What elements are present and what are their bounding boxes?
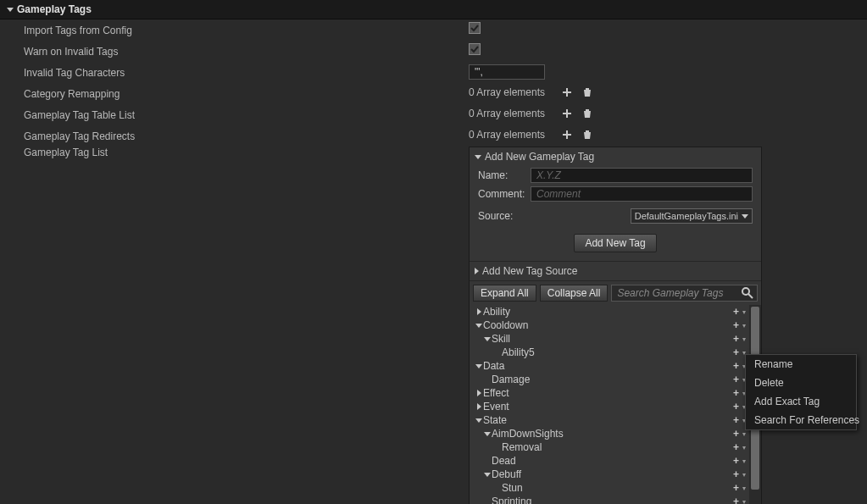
tree-label: Effect [483, 387, 509, 399]
tree-row-dead[interactable]: Dead+▾ [470, 454, 749, 468]
add-child-icon[interactable]: + [731, 496, 741, 504]
menu-item-delete[interactable]: Delete [746, 374, 856, 392]
trash-icon[interactable] [581, 107, 594, 120]
comment-input[interactable] [531, 186, 753, 202]
menu-item-add-exact-tag[interactable]: Add Exact Tag [746, 392, 856, 411]
expand-icon[interactable] [475, 390, 483, 396]
add-child-icon[interactable]: + [731, 360, 741, 372]
tree-label: Dead [492, 455, 516, 467]
search-icon[interactable] [741, 286, 754, 300]
tree-label: Stun [502, 482, 523, 494]
collapse-icon[interactable] [483, 473, 492, 477]
add-child-icon[interactable]: + [731, 482, 741, 494]
collapse-icon[interactable] [483, 432, 492, 436]
tree-row-event[interactable]: Event+▾ [470, 400, 749, 413]
context-menu: RenameDeleteAdd Exact TagSearch For Refe… [745, 354, 857, 430]
add-element-icon[interactable] [560, 107, 574, 120]
tree-row-ability5[interactable]: Ability5+▾ [470, 346, 749, 359]
expand-icon [475, 268, 479, 274]
form-row-source: Source: DefaultGameplayTags.ini [470, 203, 761, 227]
form-row-name: Name: [470, 166, 761, 185]
row-menu-icon[interactable]: ▾ [741, 444, 748, 451]
array-text-redirects: 0 Array elements [469, 129, 553, 141]
name-label: Name: [478, 169, 525, 181]
collapse-icon[interactable] [475, 418, 483, 423]
svg-line-1 [748, 294, 753, 298]
row-menu-icon[interactable]: ▾ [741, 430, 748, 438]
add-child-icon[interactable]: + [731, 346, 741, 358]
collapse-all-button[interactable]: Collapse All [540, 285, 609, 302]
add-child-icon[interactable]: + [731, 414, 741, 426]
checkbox-warn-invalid[interactable] [469, 43, 481, 55]
tree-row-removal[interactable]: Removal+▾ [470, 440, 749, 454]
array-text-tablelist: 0 Array elements [469, 108, 553, 119]
add-new-tag-button[interactable]: Add New Tag [574, 234, 656, 252]
row-category-remapping: Category Remapping 0 Array elements [0, 83, 867, 104]
tree-row-debuff[interactable]: Debuff+▾ [470, 468, 749, 481]
row-menu-icon[interactable]: ▾ [741, 457, 748, 465]
source-label: Source: [478, 210, 525, 222]
collapse-icon[interactable] [475, 324, 483, 328]
label-category-remapping: Category Remapping [0, 83, 469, 100]
tree-row-ability[interactable]: Ability+▾ [470, 305, 749, 318]
add-child-icon[interactable]: + [731, 455, 741, 467]
add-child-icon[interactable]: + [731, 319, 741, 331]
name-input[interactable] [531, 168, 753, 183]
tree-row-data[interactable]: Data+▾ [470, 359, 749, 373]
row-menu-icon[interactable]: ▾ [741, 308, 748, 316]
row-menu-icon[interactable]: ▾ [741, 471, 748, 479]
tree-label: Ability5 [502, 346, 535, 358]
add-new-tag-title: Add New Gameplay Tag [485, 151, 594, 163]
section-title: Gameplay Tags [17, 3, 92, 15]
input-invalid-chars[interactable] [469, 64, 545, 80]
tree-label: Sprinting [492, 496, 531, 504]
tree-row-skill[interactable]: Skill+▾ [470, 332, 749, 346]
expand-icon[interactable] [475, 403, 483, 410]
tree-row-stun[interactable]: Stun+▾ [470, 481, 749, 495]
add-new-source-header[interactable]: Add New Tag Source [470, 261, 761, 280]
row-menu-icon[interactable]: ▾ [741, 485, 748, 492]
add-child-icon[interactable]: + [731, 441, 741, 453]
trash-icon[interactable] [581, 86, 594, 99]
add-new-source-title: Add New Tag Source [482, 265, 578, 277]
tree-toolbar: Expand All Collapse All [470, 280, 761, 305]
menu-item-search-for-references[interactable]: Search For References [746, 411, 856, 429]
tree-row-sprinting[interactable]: Sprinting+▾ [470, 495, 749, 504]
menu-item-rename[interactable]: Rename [746, 355, 856, 374]
search-input[interactable] [611, 285, 758, 302]
collapse-icon [7, 8, 14, 12]
tree-label: State [483, 414, 507, 426]
add-child-icon[interactable]: + [731, 401, 741, 413]
add-element-icon[interactable] [560, 86, 574, 99]
tree-row-damage[interactable]: Damage+▾ [470, 373, 749, 386]
row-invalid-chars: Invalid Tag Characters [0, 62, 867, 83]
tree-row-effect[interactable]: Effect+▾ [470, 386, 749, 400]
collapse-icon[interactable] [475, 364, 483, 368]
svg-point-0 [742, 288, 749, 295]
add-child-icon[interactable]: + [731, 428, 741, 440]
source-dropdown[interactable]: DefaultGameplayTags.ini [631, 208, 753, 224]
section-header-gameplay-tags[interactable]: Gameplay Tags [0, 0, 867, 19]
add-child-icon[interactable]: + [731, 374, 741, 385]
add-new-tag-header[interactable]: Add New Gameplay Tag [470, 147, 761, 166]
tree-row-cooldown[interactable]: Cooldown+▾ [470, 318, 749, 332]
checkbox-import-tags[interactable] [469, 22, 481, 34]
row-menu-icon[interactable]: ▾ [741, 335, 748, 343]
collapse-icon[interactable] [483, 337, 492, 341]
row-menu-icon[interactable]: ▾ [741, 322, 748, 330]
tree-label: Debuff [492, 468, 521, 480]
row-menu-icon[interactable]: ▾ [741, 498, 748, 505]
expand-icon[interactable] [475, 308, 483, 315]
add-child-icon[interactable]: + [731, 333, 741, 345]
tag-list-panel: Add New Gameplay Tag Name: Comment: Sour… [469, 147, 762, 504]
add-child-icon[interactable]: + [731, 387, 741, 399]
trash-icon[interactable] [581, 128, 594, 141]
add-element-icon[interactable] [560, 128, 574, 141]
add-child-icon[interactable]: + [731, 306, 741, 318]
expand-all-button[interactable]: Expand All [473, 285, 536, 302]
array-text-category: 0 Array elements [469, 86, 553, 98]
tree-row-aimdownsights[interactable]: AimDownSights+▾ [470, 427, 749, 440]
property-grid: Import Tags from Config Warn on Invalid … [0, 19, 867, 501]
add-child-icon[interactable]: + [731, 468, 741, 480]
tree-row-state[interactable]: State+▾ [470, 413, 749, 427]
